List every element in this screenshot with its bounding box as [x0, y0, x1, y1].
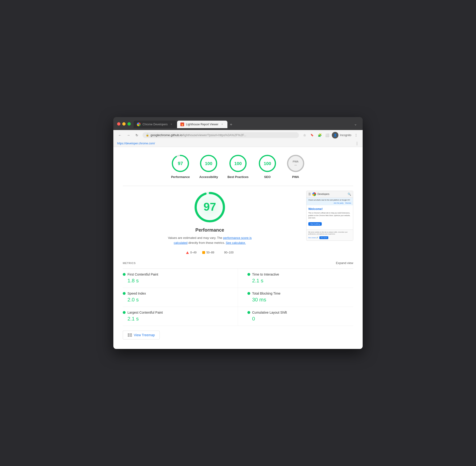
expand-view-button[interactable]: Expand view — [336, 261, 353, 265]
mock-banner-actions: Join the party Dismiss — [308, 202, 351, 204]
metrics-title: METRICS — [123, 262, 136, 265]
score-label-performance: Performance — [171, 175, 190, 179]
sub-bar: https://developer.chrome.com/ ⋮ — [113, 140, 363, 147]
metric-item-cls: Cumulative Layout Shift 0 — [238, 307, 353, 326]
incognito-icon[interactable]: 👤 — [332, 132, 338, 139]
metric-name-si: Speed Index — [128, 291, 146, 295]
legend-average-icon — [202, 251, 205, 254]
metric-name-lcp: Largest Contentful Paint — [128, 311, 163, 314]
score-item-best-practices: 100 Best Practices — [227, 154, 249, 179]
score-circle-best-practices: 100 — [229, 154, 247, 173]
svg-text:100: 100 — [234, 161, 242, 166]
bookmark-star-icon[interactable]: ☆ — [302, 132, 307, 138]
metric-name-row-tti: Time to Interactive — [247, 272, 353, 276]
mock-welcome-title: Welcome! — [308, 207, 351, 211]
tab-chrome-developers-close[interactable]: × — [170, 122, 173, 126]
score-label-pwa: PWA — [292, 175, 299, 179]
metric-value-si: 2.0 s — [128, 297, 228, 303]
traffic-light-minimize[interactable] — [122, 122, 126, 126]
legend-item-average: 50–89 — [202, 251, 214, 254]
title-bar-top: Chrome Developers × 🔥 Lighthouse Report … — [117, 120, 359, 128]
url-path: /lighthouse/viewer/?psiurl=https%3A%2F%2… — [182, 133, 246, 137]
score-item-seo: 100 SEO — [258, 154, 277, 179]
perf-desc-text-1: Values are estimated and may vary. The — [168, 236, 223, 240]
lighthouse-favicon: 🔥 — [180, 122, 184, 126]
tab-chrome-developers-label: Chrome Developers — [143, 123, 168, 126]
metric-value-tti: 2.1 s — [252, 278, 353, 284]
score-label-seo: SEO — [264, 175, 271, 179]
traffic-light-close[interactable] — [117, 122, 120, 126]
score-label-accessibility: Accessibility — [199, 175, 218, 179]
svg-rect-23 — [130, 335, 132, 337]
metric-name-tti: Time to Interactive — [252, 272, 279, 276]
mock-body: Welcome! This is Chrome's official site … — [306, 205, 353, 230]
tabs-row: Chrome Developers × 🔥 Lighthouse Report … — [134, 120, 359, 128]
mock-banner: Check out what's new for the web platfor… — [306, 198, 353, 206]
mock-search-icon: 🔍 — [348, 193, 351, 196]
metric-value-fcp: 1.8 s — [128, 278, 228, 284]
mock-dismiss-btn[interactable]: Dismiss — [345, 202, 351, 204]
mock-cookie-text: We serve cookies on this site to analyze… — [308, 231, 351, 235]
address-bar: ← → ↻ 🔒 googlechrome.github.io/lighthous… — [113, 130, 363, 140]
mock-body-text: This is Chrome's official site to help y… — [308, 212, 351, 219]
score-item-pwa: PWA – PWA — [286, 154, 305, 179]
tab-overflow-button[interactable]: ⌄ — [352, 120, 359, 128]
metric-name-tbt: Total Blocking Time — [252, 291, 281, 295]
chrome-favicon — [137, 122, 141, 126]
performance-right: ☰ Developers 🔍 Check out what's new for … — [306, 191, 353, 254]
toolbar-icons: ☆ 🔖 🧩 ⬜ 👤 Incognito ⋮ — [302, 132, 359, 139]
mock-more-details-btn[interactable]: More details 🔗 — [308, 237, 318, 238]
score-circle-seo: 100 — [258, 154, 277, 173]
mock-chrome-logo — [312, 192, 316, 196]
metric-dot-tbt — [247, 292, 250, 295]
metric-dot-tti — [247, 273, 250, 276]
traffic-light-maximize[interactable] — [128, 122, 131, 126]
back-button[interactable]: ← — [117, 132, 123, 138]
view-treemap-button[interactable]: View Treemap — [123, 331, 160, 339]
score-legend: 0–49 50–89 90–100 — [186, 251, 234, 254]
sub-bar-url[interactable]: https://developer.chrome.com/ — [117, 142, 155, 145]
legend-item-fail: 0–49 — [186, 251, 197, 254]
metric-name-row-si: Speed Index — [123, 291, 228, 295]
tab-chrome-developers[interactable]: Chrome Developers × — [134, 121, 177, 128]
svg-text:100: 100 — [205, 161, 212, 166]
mock-accept-btn[interactable]: Ok, Got It — [319, 236, 328, 239]
metric-name-row-lcp: Largest Contentful Paint — [123, 311, 228, 314]
forward-button[interactable]: → — [126, 132, 131, 138]
big-score-circle: 97 — [193, 191, 226, 224]
metric-item-fcp: First Contentful Paint 1.8 s — [123, 269, 238, 288]
scores-divider — [123, 186, 353, 186]
tab-lighthouse-close[interactable]: × — [220, 122, 224, 126]
mock-join-btn[interactable]: Join the party — [333, 202, 343, 204]
reload-button[interactable]: ↻ — [134, 132, 140, 138]
mock-site-title: Developers — [318, 193, 330, 195]
metric-dot-fcp — [123, 273, 126, 276]
puzzle-icon[interactable]: 🧩 — [317, 132, 322, 138]
performance-description: Values are estimated and may vary. The p… — [165, 236, 254, 245]
perf-desc-text-2: directly from these metrics. — [187, 241, 226, 245]
address-input[interactable]: 🔒 googlechrome.github.io/lighthouse/view… — [143, 132, 299, 138]
extension-icon-1[interactable]: 🔖 — [309, 132, 315, 138]
score-item-performance: 97 Performance — [171, 154, 190, 179]
metric-dot-cls — [247, 311, 250, 314]
tab-lighthouse-viewer[interactable]: 🔥 Lighthouse Report Viewer × — [177, 121, 227, 128]
metric-item-si: Speed Index 2.0 s — [123, 288, 238, 307]
new-tab-button[interactable]: + — [228, 122, 235, 128]
chrome-menu-icon[interactable]: ⋮ — [353, 132, 359, 138]
sub-bar-menu[interactable]: ⋮ — [355, 141, 359, 146]
scores-row: 97 Performance 100 Accessibility — [123, 154, 353, 179]
title-bar: Chrome Developers × 🔥 Lighthouse Report … — [113, 117, 363, 130]
perf-calculator-link[interactable]: See calculator. — [226, 241, 246, 245]
svg-text:97: 97 — [178, 161, 183, 166]
metric-dot-si — [123, 292, 126, 295]
metric-name-row-cls: Cumulative Layout Shift — [247, 311, 353, 314]
metric-value-tbt: 30 ms — [252, 297, 353, 303]
performance-detail: 97 Performance Values are estimated and … — [123, 191, 353, 254]
mock-banner-text: Check out what's new for the web platfor… — [308, 199, 351, 201]
legend-pass-range: 90–100 — [224, 251, 234, 254]
split-view-icon[interactable]: ⬜ — [324, 132, 330, 138]
metric-item-tti: Time to Interactive 2.1 s — [238, 269, 353, 288]
legend-average-range: 50–89 — [206, 251, 214, 254]
svg-text:100: 100 — [264, 161, 271, 166]
mock-cta-button[interactable]: Start building — [308, 222, 322, 226]
